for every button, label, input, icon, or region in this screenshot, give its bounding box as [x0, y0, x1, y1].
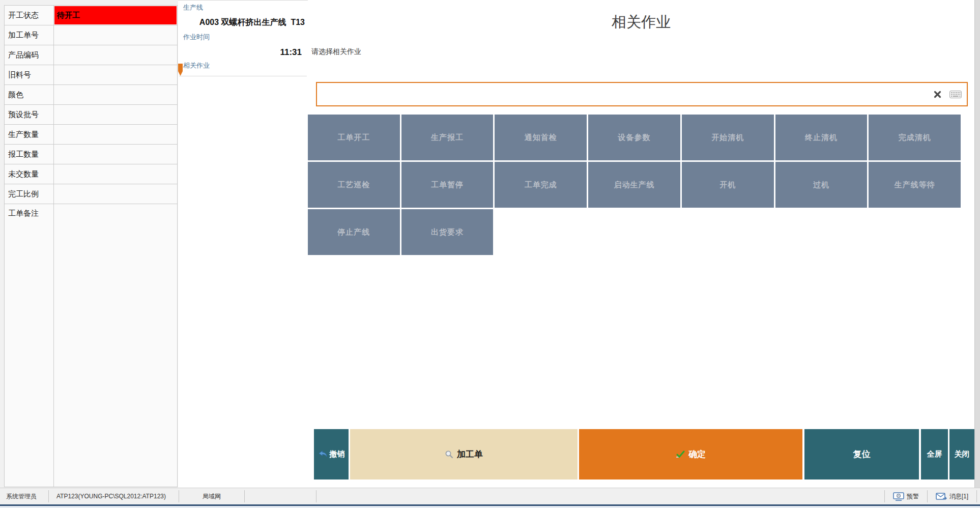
field-value	[54, 145, 177, 164]
tile-process-inspection[interactable]: 工艺巡检	[308, 162, 400, 208]
row-report-qty: 报工数量	[5, 145, 177, 164]
tile-equipment-parameters[interactable]: 设备参数	[588, 115, 680, 160]
fullscreen-button[interactable]: 全屏	[921, 429, 948, 479]
work-time-value: 11:31	[280, 47, 302, 58]
tile-work-order-complete[interactable]: 工单完成	[495, 162, 587, 208]
related-job-tile-grid: 工单开工 生产报工 通知首检 设备参数 开始清机 终止清机 完成清机 工艺巡检 …	[308, 115, 961, 255]
selected-section-marker	[178, 64, 183, 76]
mes-related-jobs-window: 开工状态 待开工 加工单号 产品编码 旧料号 颜色 预设批号	[0, 0, 980, 508]
row-product-code: 产品编码	[5, 45, 177, 65]
reset-label: 复位	[853, 448, 871, 460]
status-separator	[976, 490, 977, 502]
tile-work-order-pause[interactable]: 工单暂停	[401, 162, 494, 208]
tile-stop-production-line[interactable]: 停止产线	[308, 209, 400, 255]
tile-production-report[interactable]: 生产报工	[401, 115, 494, 160]
status-empty-cell	[245, 488, 316, 504]
keyboard-icon	[949, 91, 962, 98]
close-label: 关闭	[955, 449, 970, 459]
field-label: 完工比例	[5, 184, 54, 204]
field-value	[54, 164, 177, 184]
undo-arrow-icon	[318, 450, 328, 458]
confirm-button[interactable]: 确定	[579, 429, 802, 479]
related-job-search-box	[316, 82, 968, 106]
row-preset-batch-no: 预设批号	[5, 105, 177, 125]
work-order-fields-sidebar: 开工状态 待开工 加工单号 产品编码 旧料号 颜色 预设批号	[0, 0, 178, 488]
work-time-label: 作业时间	[183, 33, 210, 42]
alert-label: 预警	[907, 492, 919, 501]
row-start-status: 开工状态 待开工	[5, 6, 177, 25]
tile-shipment-request[interactable]: 出货要求	[401, 209, 494, 255]
field-label: 未交数量	[5, 164, 54, 184]
field-label: 加工单号	[5, 25, 54, 45]
monitor-gear-icon	[893, 492, 904, 501]
field-value	[54, 184, 177, 204]
clear-button[interactable]	[934, 91, 941, 98]
production-line-value: A003 双螺杆挤出生产线 T13	[199, 17, 305, 28]
field-label: 预设批号	[5, 105, 54, 124]
messages-label: 消息[1]	[949, 492, 968, 501]
row-undelivered-qty: 未交数量	[5, 164, 177, 184]
field-value	[54, 25, 177, 45]
statusbar-underline	[0, 506, 980, 508]
row-old-part-no: 旧料号	[5, 65, 177, 85]
production-line-label: 生产线	[183, 3, 203, 12]
row-work-order-no: 加工单号	[5, 25, 177, 45]
row-color: 颜色	[5, 85, 177, 105]
field-value	[54, 45, 177, 65]
field-label: 颜色	[5, 85, 54, 104]
field-value	[54, 125, 177, 144]
confirm-label: 确定	[688, 448, 706, 460]
status-connection: ATP123(YOUNG-PC\SQL2012:ATP123)	[49, 488, 179, 504]
production-line-info-panel: 生产线 A003 双螺杆挤出生产线 T13 作业时间 11:31 相关作业	[178, 0, 308, 488]
tile-machine-on[interactable]: 开机	[682, 162, 774, 208]
status-separator	[884, 490, 885, 502]
status-user: 系统管理员	[0, 488, 48, 504]
row-production-qty: 生产数量	[5, 125, 177, 145]
magnifier-icon	[445, 450, 453, 459]
field-value	[54, 105, 177, 124]
status-bar: 系统管理员 ATP123(YOUNG-PC\SQL2012:ATP123) 局域…	[0, 488, 980, 508]
undo-label: 撤销	[330, 449, 345, 459]
page-title: 相关作业	[308, 12, 974, 33]
tile-work-order-start[interactable]: 工单开工	[308, 115, 400, 160]
work-order-label: 加工单	[457, 448, 483, 460]
right-scroll-strip[interactable]	[974, 0, 980, 488]
status-separator	[316, 490, 316, 502]
work-order-button[interactable]: 加工单	[350, 429, 578, 479]
x-icon	[934, 91, 941, 98]
status-separator	[927, 490, 928, 502]
tile-start-production-line[interactable]: 启动生产线	[588, 162, 680, 208]
related-job-search-input[interactable]	[317, 83, 934, 105]
field-label: 旧料号	[5, 65, 54, 84]
alert-button[interactable]: 预警	[890, 492, 922, 501]
tile-notify-first-inspection[interactable]: 通知首检	[495, 115, 587, 160]
field-label: 工单备注	[5, 204, 54, 487]
status-bar-row: 系统管理员 ATP123(YOUNG-PC\SQL2012:ATP123) 局域…	[0, 488, 980, 504]
reset-button[interactable]: 复位	[804, 429, 919, 479]
tile-finish-cleaning[interactable]: 完成清机	[869, 115, 961, 160]
close-button[interactable]: 关闭	[949, 429, 974, 479]
field-label: 报工数量	[5, 145, 54, 164]
row-work-order-remark: 工单备注	[5, 204, 177, 487]
undo-button[interactable]: 撤销	[314, 429, 349, 479]
tile-abort-cleaning[interactable]: 终止清机	[775, 115, 868, 160]
status-network: 局域网	[179, 488, 244, 504]
virtual-keyboard-button[interactable]	[949, 91, 962, 98]
tile-production-line-wait[interactable]: 生产线等待	[869, 162, 961, 208]
field-label: 产品编码	[5, 45, 54, 65]
section-divider	[179, 76, 307, 76]
related-jobs-main-panel: 相关作业 请选择相关作业	[308, 0, 974, 488]
messages-button[interactable]: 消息[1]	[933, 492, 971, 501]
row-completion-ratio: 完工比例	[5, 184, 177, 204]
mail-icon	[936, 493, 947, 500]
tile-start-cleaning[interactable]: 开始清机	[682, 115, 774, 160]
related-jobs-section-label: 相关作业	[183, 61, 210, 70]
work-order-fields-table: 开工状态 待开工 加工单号 产品编码 旧料号 颜色 预设批号	[4, 5, 178, 487]
field-label: 开工状态	[5, 6, 54, 25]
field-label: 生产数量	[5, 125, 54, 144]
tile-pass-machine[interactable]: 过机	[775, 162, 868, 208]
field-value	[54, 65, 177, 84]
fullscreen-label: 全屏	[927, 449, 942, 459]
status-right-group: 预警 消息[1]	[884, 488, 980, 504]
field-value	[54, 85, 177, 104]
